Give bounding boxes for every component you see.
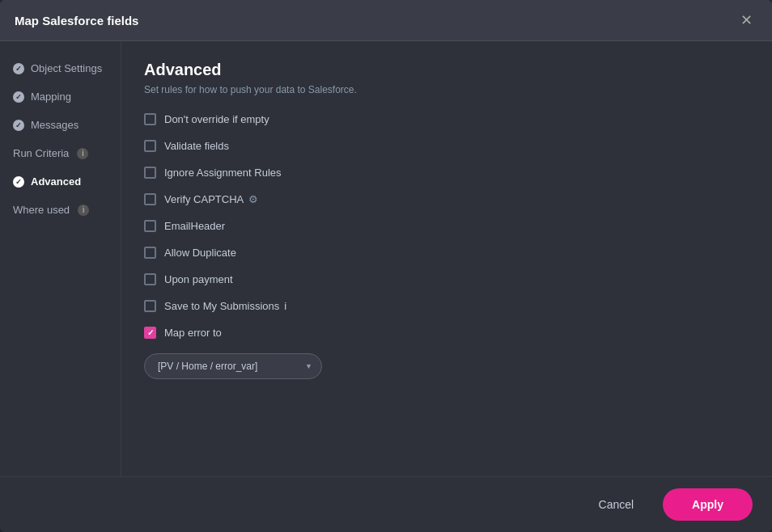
label-email-header[interactable]: EmailHeader [164, 220, 225, 232]
label-upon-payment[interactable]: Upon payment [164, 273, 233, 285]
main-content: Advanced Set rules for how to push your … [121, 41, 772, 476]
option-row-email-header: EmailHeader [144, 220, 749, 232]
sidebar-label-advanced: Advanced [31, 175, 81, 188]
save-submissions-info-badge: i [284, 300, 286, 312]
option-row-verify-captcha: Verify CAPTCHA ⚙ [144, 193, 749, 205]
captcha-gear-icon[interactable]: ⚙ [248, 193, 258, 205]
modal: Map Salesforce fields ✕ ✓ Object Setting… [0, 0, 772, 532]
sidebar: ✓ Object Settings ✓ Mapping ✓ Messages R [0, 41, 121, 476]
sidebar-label-mapping: Mapping [31, 91, 71, 103]
sidebar-item-where-used[interactable]: Where used i [0, 196, 121, 224]
section-title: Advanced [144, 61, 749, 79]
apply-button[interactable]: Apply [663, 488, 753, 521]
check-icon-object-settings: ✓ [13, 63, 24, 74]
label-save-submissions[interactable]: Save to My Submissions i [164, 300, 286, 312]
sidebar-item-messages[interactable]: ✓ Messages [0, 111, 121, 139]
modal-body: ✓ Object Settings ✓ Mapping ✓ Messages R [0, 41, 772, 476]
check-icon-mapping: ✓ [13, 91, 24, 103]
checkbox-upon-payment[interactable] [144, 273, 156, 285]
option-row-ignore-assignment: Ignore Assignment Rules [144, 167, 749, 179]
sidebar-item-mapping[interactable]: ✓ Mapping [0, 82, 121, 111]
checkbox-dont-override[interactable] [144, 113, 156, 125]
sidebar-label-messages: Messages [31, 119, 78, 131]
check-icon-messages: ✓ [13, 120, 24, 131]
error-var-dropdown[interactable]: [PV / Home / error_var] [144, 353, 322, 379]
dropdown-wrapper: [PV / Home / error_var] [144, 353, 322, 379]
option-row-dont-override: Don't override if empty [144, 113, 749, 125]
checkbox-verify-captcha[interactable] [144, 193, 156, 205]
label-allow-duplicate[interactable]: Allow Duplicate [164, 247, 236, 259]
option-row-save-submissions: Save to My Submissions i [144, 300, 749, 312]
option-row-map-error: Map error to [144, 327, 749, 339]
cancel-button[interactable]: Cancel [583, 490, 651, 519]
sidebar-item-advanced[interactable]: ✓ Advanced [0, 167, 121, 196]
checkbox-save-submissions[interactable] [144, 300, 156, 312]
run-criteria-info-badge: i [77, 148, 88, 159]
where-used-info-badge: i [78, 205, 89, 216]
label-map-error[interactable]: Map error to [164, 327, 222, 339]
dropdown-row: [PV / Home / error_var] [144, 353, 749, 379]
checkbox-email-header[interactable] [144, 220, 156, 232]
checkbox-ignore-assignment[interactable] [144, 167, 156, 179]
section-subtitle: Set rules for how to push your data to S… [144, 84, 749, 95]
option-row-validate-fields: Validate fields [144, 140, 749, 152]
label-validate-fields[interactable]: Validate fields [164, 140, 229, 152]
label-dont-override[interactable]: Don't override if empty [164, 113, 269, 125]
option-row-allow-duplicate: Allow Duplicate [144, 247, 749, 259]
checkbox-validate-fields[interactable] [144, 140, 156, 152]
label-ignore-assignment[interactable]: Ignore Assignment Rules [164, 167, 282, 179]
close-button[interactable]: ✕ [736, 11, 757, 29]
label-verify-captcha[interactable]: Verify CAPTCHA ⚙ [164, 193, 258, 205]
modal-footer: Cancel Apply [0, 476, 772, 532]
sidebar-item-run-criteria[interactable]: Run Criteria i [0, 139, 121, 167]
checkbox-map-error[interactable] [144, 327, 156, 339]
sidebar-label-run-criteria: Run Criteria [13, 147, 69, 159]
modal-title: Map Salesforce fields [15, 14, 138, 27]
checkbox-allow-duplicate[interactable] [144, 247, 156, 259]
sidebar-label-where-used: Where used [13, 204, 70, 216]
option-row-upon-payment: Upon payment [144, 273, 749, 285]
sidebar-item-object-settings[interactable]: ✓ Object Settings [0, 54, 121, 82]
modal-header: Map Salesforce fields ✕ [0, 0, 772, 41]
sidebar-label-object-settings: Object Settings [31, 62, 102, 74]
check-icon-advanced: ✓ [13, 176, 24, 188]
